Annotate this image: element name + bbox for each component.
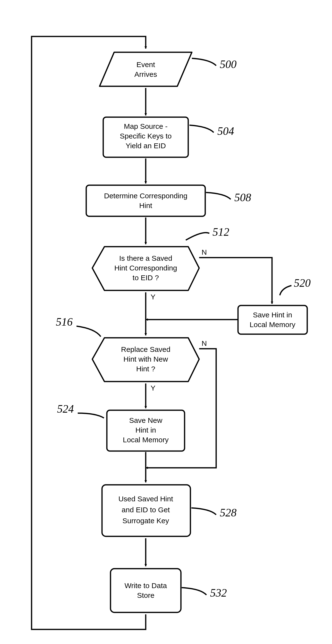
branch-516-n: N bbox=[202, 339, 207, 347]
branch-512-n: N bbox=[202, 248, 207, 256]
label-516: 516 bbox=[56, 316, 73, 328]
n512-l2: Hint Corresponding bbox=[114, 264, 177, 272]
n504-l3: Yield an EID bbox=[126, 142, 166, 150]
flowchart: Event Arrives 500 Map Source - Specific … bbox=[5, 5, 332, 644]
node-write-data-store: Write to Data Store bbox=[110, 569, 181, 612]
n512-l1: Is there a Saved bbox=[119, 254, 172, 262]
branch-516-y: Y bbox=[151, 384, 155, 392]
n524-l1: Save New bbox=[129, 416, 162, 424]
n504-l2: Specific Keys to bbox=[120, 132, 171, 140]
svg-rect-4 bbox=[238, 306, 307, 334]
node-save-new-hint: Save New Hint in Local Memory bbox=[107, 410, 185, 451]
label-532: 532 bbox=[210, 587, 227, 599]
branch-512-y: Y bbox=[151, 293, 155, 301]
n524-l3: Local Memory bbox=[123, 436, 169, 444]
node-determine-hint: Determine Corresponding Hint bbox=[86, 185, 205, 216]
n528-l1: Used Saved Hint bbox=[118, 495, 173, 503]
n500-l1: Event bbox=[136, 60, 155, 68]
label-524: 524 bbox=[57, 403, 74, 415]
n512-l3: to EID ? bbox=[133, 274, 159, 282]
node-replace-saved-hint: Replace Saved Hint with New Hint ? bbox=[92, 338, 199, 382]
node-use-hint-get-key: Used Saved Hint and EID to Get Surrogate… bbox=[102, 485, 190, 536]
label-512: 512 bbox=[213, 226, 229, 238]
n532-l1: Write to Data bbox=[125, 582, 167, 590]
n508-l1: Determine Corresponding bbox=[104, 192, 188, 200]
label-520: 520 bbox=[294, 277, 311, 289]
node-event-arrives: Event Arrives bbox=[100, 52, 192, 86]
svg-marker-0 bbox=[100, 52, 192, 86]
node-saved-hint-exists: Is there a Saved Hint Corresponding to E… bbox=[92, 247, 199, 290]
n516-l3: Hint ? bbox=[136, 365, 155, 373]
n520-l2: Local Memory bbox=[250, 320, 295, 328]
n532-l2: Store bbox=[137, 591, 154, 599]
n508-l2: Hint bbox=[139, 202, 152, 210]
label-528: 528 bbox=[220, 506, 237, 519]
svg-rect-8 bbox=[110, 569, 181, 612]
node-save-hint-local: Save Hint in Local Memory bbox=[238, 306, 307, 334]
label-500: 500 bbox=[220, 58, 237, 70]
label-508: 508 bbox=[234, 191, 251, 204]
n524-l2: Hint in bbox=[135, 426, 156, 434]
n504-l1: Map Source - bbox=[124, 122, 168, 130]
n516-l1: Replace Saved bbox=[121, 345, 170, 353]
n516-l2: Hint with New bbox=[123, 355, 168, 363]
n528-l3: Surrogate Key bbox=[122, 517, 169, 525]
n500-l2: Arrives bbox=[134, 70, 157, 78]
n528-l2: and EID to Get bbox=[122, 506, 170, 514]
node-map-source-keys: Map Source - Specific Keys to Yield an E… bbox=[103, 117, 188, 157]
svg-rect-2 bbox=[86, 185, 205, 216]
n520-l1: Save Hint in bbox=[253, 311, 292, 319]
label-504: 504 bbox=[217, 125, 234, 137]
